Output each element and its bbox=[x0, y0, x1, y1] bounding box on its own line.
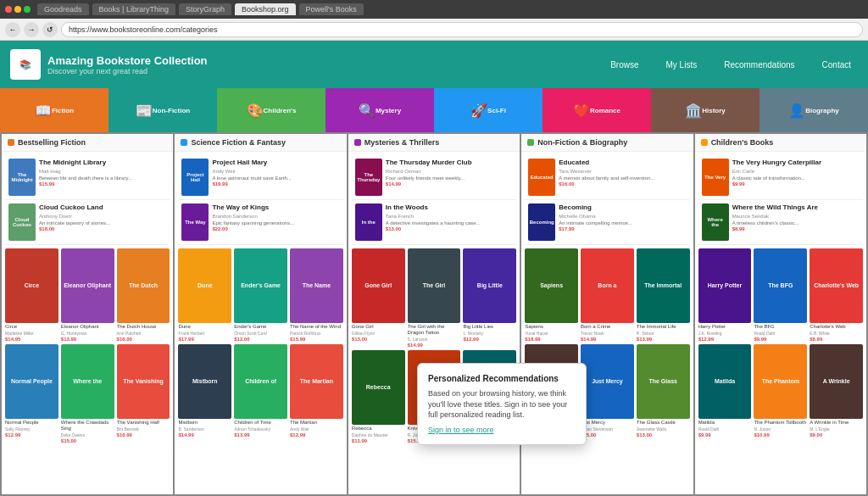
dialog-link[interactable]: Sign in to see more bbox=[428, 426, 494, 434]
featured-book-0-0[interactable]: The Midnight The Midnight Library Matt H… bbox=[5, 155, 170, 200]
nav-lists[interactable]: My Lists bbox=[659, 57, 704, 73]
address-input[interactable] bbox=[61, 22, 863, 37]
browser-tab-1[interactable]: Goodreads bbox=[37, 3, 89, 15]
book-title-0-2: The Dutch House bbox=[117, 324, 170, 330]
book-price-1-0: $17.99 bbox=[178, 337, 231, 342]
featured-book-4-0[interactable]: The Very The Very Hungry Caterpillar Eri… bbox=[698, 155, 863, 200]
site-subtitle: Discover your next great read bbox=[47, 67, 208, 75]
browser-tab-3[interactable]: StoryGraph bbox=[179, 3, 231, 15]
book-price-2-0: $13.00 bbox=[352, 337, 405, 342]
book-author-0-1: G. Honeyman bbox=[61, 331, 114, 336]
book-item-0-2[interactable]: The Dutch The Dutch House Ann Patchett $… bbox=[117, 248, 170, 342]
book-item-4-2[interactable]: Charlotte's Web Charlotte's Web E.B. Whi… bbox=[810, 248, 863, 342]
book-item-1-5[interactable]: The Martian The Martian Andy Weir $12.99 bbox=[290, 344, 343, 437]
book-item-0-0[interactable]: Circe Circe Madeline Miller $14.95 bbox=[5, 248, 58, 342]
book-item-2-0[interactable]: Gone Girl Gone Girl Gillian Flynn $13.00 bbox=[352, 248, 405, 348]
book-cover-1-0: Dune bbox=[178, 248, 231, 323]
book-item-3-2[interactable]: The Immortal The Immortal Life R. Skloot… bbox=[637, 248, 690, 342]
book-price-3-2: $13.99 bbox=[637, 337, 690, 342]
book-price-2-3: $11.99 bbox=[352, 438, 405, 443]
featured-book-2-1[interactable]: In the In the Woods Tana French A detect… bbox=[352, 200, 516, 245]
cat-tile-0[interactable]: 📖Fiction bbox=[0, 88, 108, 132]
dialog-text: Based on your browsing history, we think… bbox=[428, 388, 576, 421]
book-item-1-4[interactable]: Children of Children of Time Adrian Tcha… bbox=[234, 344, 287, 437]
featured-book-4-1[interactable]: Where the Where the Wild Things Are Maur… bbox=[698, 200, 863, 245]
book-cover-inner-0-0: Circe bbox=[5, 248, 58, 323]
cat-tile-7[interactable]: 👤Biography bbox=[760, 88, 868, 132]
book-title-1-3: Mistborn bbox=[178, 420, 231, 426]
book-cover-4-4: The Phantom bbox=[754, 344, 807, 419]
book-cover-inner-0-3: Normal People bbox=[5, 344, 58, 419]
book-item-4-0[interactable]: Harry Potter Harry Potter J.K. Rowling $… bbox=[698, 248, 752, 342]
book-author-4-4: N. Juster bbox=[754, 426, 807, 432]
book-cover-0-1: Eleanor Oliphant bbox=[61, 248, 114, 323]
featured-desc-2-1: A detective investigates a haunting case… bbox=[386, 220, 513, 227]
book-item-4-1[interactable]: The BFG The BFG Roald Dahl $9.99 bbox=[754, 248, 807, 342]
cat-tile-3[interactable]: 🔍Mystery bbox=[326, 88, 434, 132]
book-item-4-5[interactable]: A Wrinkle A Wrinkle in Time M. L'Engle $… bbox=[810, 344, 863, 437]
book-grid-4: Harry Potter Harry Potter J.K. Rowling $… bbox=[698, 248, 863, 437]
book-item-4-3[interactable]: Matilda Matilda Roald Dahl $9.99 bbox=[698, 344, 752, 437]
nav-refresh-button[interactable]: ↺ bbox=[42, 22, 58, 37]
book-author-4-5: M. L'Engle bbox=[810, 426, 863, 432]
book-cover-inner-3-4: Just Mercy bbox=[581, 344, 634, 419]
featured-book-0-1[interactable]: Cloud Cuckoo Cloud Cuckoo Land Anthony D… bbox=[5, 200, 170, 245]
nav-browse[interactable]: Browse bbox=[604, 57, 645, 73]
book-title-4-0: Harry Potter bbox=[698, 324, 752, 330]
featured-book-1-0[interactable]: Project Hail Project Hail Mary Andy Weir… bbox=[178, 155, 342, 200]
book-item-3-0[interactable]: Sapiens Sapiens Yuval Harari $18.99 bbox=[525, 248, 578, 342]
featured-book-3-0[interactable]: Educated Educated Tara Westover A memoir… bbox=[525, 155, 689, 200]
book-item-0-1[interactable]: Eleanor Oliphant Eleanor Oliphant G. Hon… bbox=[61, 248, 114, 342]
nav-forward-button[interactable]: → bbox=[24, 22, 39, 37]
book-item-2-2[interactable]: Big Little Big Little Lies L. Moriarty $… bbox=[463, 248, 516, 348]
maximize-dot[interactable] bbox=[24, 6, 31, 13]
book-item-3-1[interactable]: Born a Born a Crime Trevor Noah $14.99 bbox=[581, 248, 634, 342]
nav-contact[interactable]: Contact bbox=[815, 57, 858, 73]
nav-back-button[interactable]: ← bbox=[5, 22, 20, 37]
book-item-3-4[interactable]: Just Mercy Just Mercy Bryan Stevenson $1… bbox=[581, 344, 634, 437]
featured-title-0-1: Cloud Cuckoo Land bbox=[39, 203, 166, 212]
site-title: Amazing Bookstore Collection bbox=[47, 54, 208, 67]
book-item-0-3[interactable]: Normal People Normal People Sally Rooney… bbox=[5, 344, 58, 443]
featured-book-3-1[interactable]: Becoming Becoming Michelle Obama An inti… bbox=[525, 200, 689, 245]
cat-tile-4[interactable]: 🚀Sci-Fi bbox=[434, 88, 542, 132]
featured-book-1-1[interactable]: The Way The Way of Kings Brandon Sanders… bbox=[178, 200, 342, 245]
featured-book-2-0[interactable]: The Thursday The Thursday Murder Club Ri… bbox=[352, 155, 516, 200]
featured-author-1-0: Andy Weir bbox=[212, 169, 339, 174]
featured-author-4-0: Eric Carle bbox=[732, 169, 860, 174]
book-cover-4-5: A Wrinkle bbox=[810, 344, 863, 419]
book-item-4-4[interactable]: The Phantom The Phantom Tollbooth N. Jus… bbox=[754, 344, 807, 437]
browser-tab-5[interactable]: Powell's Books bbox=[299, 3, 364, 15]
main-content: 📚 Amazing Bookstore Collection Discover … bbox=[0, 41, 868, 496]
nav-recommendations[interactable]: Recommendations bbox=[717, 57, 801, 73]
book-item-1-0[interactable]: Dune Dune Frank Herbert $17.99 bbox=[178, 248, 231, 342]
panel-4: Children's Books The Very The Very Hungr… bbox=[695, 134, 866, 494]
book-item-3-5[interactable]: The Glass The Glass Castle Jeannette Wal… bbox=[637, 344, 690, 437]
featured-cover-1-0: Project Hail bbox=[181, 159, 209, 196]
cat-tile-1[interactable]: 📰Non-Fiction bbox=[108, 88, 217, 132]
minimize-dot[interactable] bbox=[14, 6, 21, 13]
book-author-3-0: Yuval Harari bbox=[525, 331, 578, 336]
cat-tile-2[interactable]: 🎨Children's bbox=[217, 88, 326, 132]
book-title-3-2: The Immortal Life bbox=[637, 324, 690, 330]
browser-tab-4[interactable]: Bookshop.org bbox=[235, 3, 296, 15]
book-item-2-1[interactable]: The Girl The Girl with the Dragon Tattoo… bbox=[408, 248, 461, 348]
book-item-0-4[interactable]: Where the Where the Crawdads Sing Delia … bbox=[61, 344, 114, 443]
featured-author-2-1: Tana French bbox=[386, 214, 513, 219]
book-item-1-3[interactable]: Mistborn Mistborn B. Sanderson $14.99 bbox=[178, 344, 231, 437]
book-item-1-1[interactable]: Ender's Game Ender's Game Orson Scott Ca… bbox=[234, 248, 287, 342]
featured-title-4-0: The Very Hungry Caterpillar bbox=[732, 159, 860, 167]
featured-desc-4-0: A classic tale of transformation... bbox=[732, 176, 860, 182]
browser-tab-2[interactable]: Books | LibraryThing bbox=[92, 3, 175, 15]
book-item-0-5[interactable]: The Vanishing The Vanishing Half Brit Be… bbox=[117, 344, 170, 443]
panel-1: Science Fiction & Fantasy Project Hail P… bbox=[175, 134, 346, 494]
book-item-2-3[interactable]: Rebecca Rebecca Daphne du Maurier $11.99 bbox=[352, 350, 405, 443]
book-author-0-3: Sally Rooney bbox=[5, 426, 58, 432]
book-item-1-2[interactable]: The Name The Name of the Wind Patrick Ro… bbox=[290, 248, 343, 342]
cat-tile-5[interactable]: ❤️Romance bbox=[542, 88, 651, 132]
featured-info-4-1: Where the Wild Things Are Maurice Sendak… bbox=[732, 203, 860, 241]
close-dot[interactable] bbox=[5, 6, 12, 13]
book-cover-inner-2-0: Gone Girl bbox=[352, 248, 405, 323]
cat-tile-6[interactable]: 🏛️History bbox=[651, 88, 760, 132]
book-author-1-5: Andy Weir bbox=[290, 426, 343, 432]
